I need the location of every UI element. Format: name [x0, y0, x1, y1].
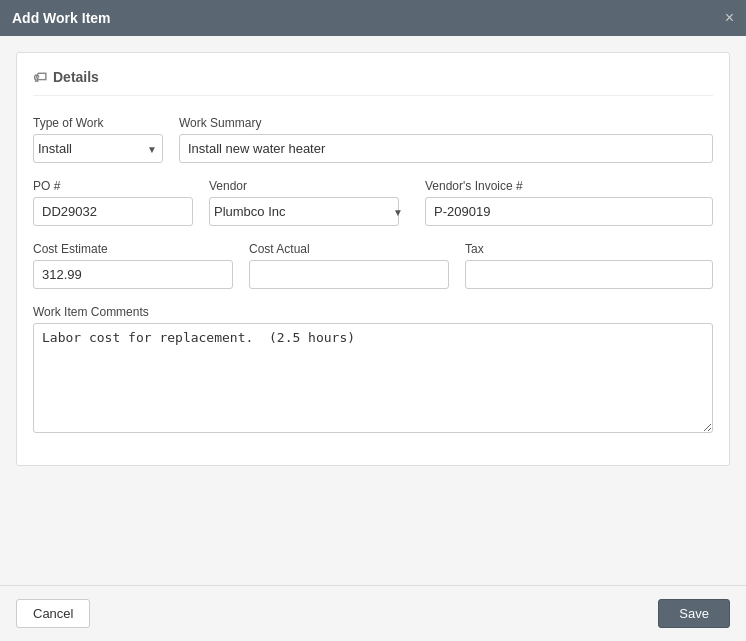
cost-actual-label: Cost Actual	[249, 242, 449, 256]
type-of-work-group: Type of Work Install Repair Inspect Repl…	[33, 116, 163, 163]
vendor-select-wrapper: Plumbco Inc Other Vendor ▼	[209, 197, 409, 226]
vendor-invoice-label: Vendor's Invoice #	[425, 179, 713, 193]
section-label: Details	[53, 69, 99, 85]
modal-footer: Cancel Save	[0, 585, 746, 641]
row-comments: Work Item Comments Labor cost for replac…	[33, 305, 713, 433]
tax-label: Tax	[465, 242, 713, 256]
modal-body: 🏷 Details Type of Work Install Repair In…	[0, 36, 746, 585]
comments-textarea[interactable]: Labor cost for replacement. (2.5 hours)	[33, 323, 713, 433]
type-of-work-select-wrapper: Install Repair Inspect Replace ▼	[33, 134, 163, 163]
details-section: 🏷 Details Type of Work Install Repair In…	[16, 52, 730, 466]
modal-header: Add Work Item ×	[0, 0, 746, 36]
vendor-select[interactable]: Plumbco Inc Other Vendor	[209, 197, 399, 226]
add-work-item-modal: Add Work Item × 🏷 Details Type of Work I…	[0, 0, 746, 641]
po-group: PO #	[33, 179, 193, 226]
vendor-invoice-input[interactable]	[425, 197, 713, 226]
tag-icon: 🏷	[33, 69, 47, 85]
row-po-vendor-invoice: PO # Vendor Plumbco Inc Other Vendor ▼ V…	[33, 179, 713, 226]
comments-label: Work Item Comments	[33, 305, 713, 319]
work-summary-label: Work Summary	[179, 116, 713, 130]
row-costs-tax: Cost Estimate Cost Actual Tax	[33, 242, 713, 289]
cost-estimate-label: Cost Estimate	[33, 242, 233, 256]
vendor-invoice-group: Vendor's Invoice #	[425, 179, 713, 226]
cost-estimate-input[interactable]	[33, 260, 233, 289]
cost-estimate-group: Cost Estimate	[33, 242, 233, 289]
type-of-work-select[interactable]: Install Repair Inspect Replace	[33, 134, 163, 163]
comments-group: Work Item Comments Labor cost for replac…	[33, 305, 713, 433]
vendor-group: Vendor Plumbco Inc Other Vendor ▼	[209, 179, 409, 226]
save-button[interactable]: Save	[658, 599, 730, 628]
po-label: PO #	[33, 179, 193, 193]
cost-actual-group: Cost Actual	[249, 242, 449, 289]
cancel-button[interactable]: Cancel	[16, 599, 90, 628]
work-summary-input[interactable]	[179, 134, 713, 163]
work-summary-group: Work Summary	[179, 116, 713, 163]
tax-input[interactable]	[465, 260, 713, 289]
row-type-summary: Type of Work Install Repair Inspect Repl…	[33, 116, 713, 163]
close-button[interactable]: ×	[725, 10, 734, 26]
modal-title: Add Work Item	[12, 10, 111, 26]
vendor-label: Vendor	[209, 179, 409, 193]
tax-group: Tax	[465, 242, 713, 289]
cost-actual-input[interactable]	[249, 260, 449, 289]
type-of-work-label: Type of Work	[33, 116, 163, 130]
po-input[interactable]	[33, 197, 193, 226]
section-header: 🏷 Details	[33, 69, 713, 96]
